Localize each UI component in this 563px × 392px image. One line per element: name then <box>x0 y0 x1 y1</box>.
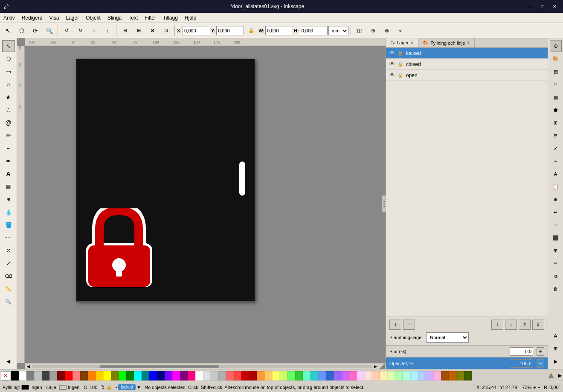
fill-stroke-tab[interactable]: 🎨 Fyllning och linje ✕ <box>418 38 475 47</box>
layer-bottom-btn[interactable]: ⇓ <box>532 320 544 330</box>
palette-color[interactable] <box>433 371 441 380</box>
blur-input[interactable] <box>510 347 533 356</box>
opacity-minus-btn[interactable]: − <box>537 359 544 368</box>
palette-color[interactable] <box>226 371 234 380</box>
layers-tab-close[interactable]: ✕ <box>410 40 414 45</box>
right-group-btn[interactable]: ⬛ <box>550 232 562 244</box>
palette-color[interactable] <box>380 371 387 380</box>
layers-tab[interactable]: 🗂 Lager ✕ <box>386 38 418 47</box>
palette-color[interactable] <box>410 371 418 380</box>
palette-color[interactable] <box>180 371 188 380</box>
layer-eye-open[interactable]: 👁 <box>389 72 395 78</box>
palette-color[interactable] <box>126 371 134 380</box>
right-align-btn[interactable]: ⊟ <box>550 130 562 141</box>
right-clipboard-btn[interactable]: 📋 <box>550 181 562 193</box>
palette-color[interactable] <box>426 371 433 380</box>
palette-color[interactable] <box>349 371 357 380</box>
prev-page-btn[interactable]: ◀ <box>2 355 15 367</box>
palette-color[interactable] <box>311 371 318 380</box>
measure-tool[interactable]: 📏 <box>2 283 15 295</box>
palette-color[interactable] <box>418 371 426 380</box>
select-tool[interactable]: ↖ <box>2 40 15 52</box>
nodes-tool-btn[interactable]: ⬡ <box>15 25 28 37</box>
palette-color[interactable] <box>165 371 172 380</box>
spray-tool[interactable]: ⊙ <box>2 245 15 257</box>
snap-btn-1[interactable]: ◫ <box>353 25 366 37</box>
palette-color[interactable] <box>318 371 326 380</box>
palette-color[interactable] <box>456 371 464 380</box>
right-copy-btn[interactable]: ⧉ <box>550 270 562 282</box>
palette-color[interactable] <box>272 371 280 380</box>
palette-color[interactable] <box>42 371 49 380</box>
blend-select[interactable]: Normal Multiply Screen Overlay <box>426 332 469 343</box>
eraser-tool[interactable]: ⌫ <box>2 270 15 282</box>
layer-item-open[interactable]: 👁 🔒 open <box>386 70 548 81</box>
palette-color[interactable] <box>119 371 126 380</box>
blur-plus-btn[interactable]: + <box>537 347 544 356</box>
close-button[interactable]: ✕ <box>549 2 560 11</box>
right-cut-btn[interactable]: ✂ <box>550 257 562 269</box>
fill-stroke-tab-close[interactable]: ✕ <box>467 40 470 45</box>
palette-color[interactable] <box>218 371 226 380</box>
palette-color[interactable] <box>249 371 257 380</box>
pencil-tool[interactable]: ✏ <box>2 130 15 141</box>
palette-color[interactable] <box>11 371 19 380</box>
h-scroll-thumb[interactable] <box>100 365 219 368</box>
palette-color[interactable] <box>257 371 264 380</box>
palette-color[interactable] <box>172 371 180 380</box>
transform-btn-4[interactable]: ↕ <box>101 25 114 37</box>
palette-color[interactable] <box>19 371 26 380</box>
snap-btn-3[interactable]: ⊗ <box>380 25 393 37</box>
minimize-button[interactable]: — <box>525 2 536 11</box>
color-triangle-btn[interactable] <box>548 372 554 379</box>
palette-color[interactable] <box>96 371 103 380</box>
menu-visa[interactable]: Visa <box>46 14 62 22</box>
palette-color[interactable] <box>464 371 472 380</box>
lock-aspect-btn[interactable]: 🔒 <box>245 25 258 37</box>
zoom-in-btn[interactable]: + <box>533 385 536 390</box>
menu-objekt[interactable]: Objekt <box>82 14 104 22</box>
rect-tool[interactable]: ▭ <box>2 66 15 78</box>
right-snap-btn[interactable]: ⊙ <box>550 40 562 52</box>
palette-color[interactable] <box>211 371 218 380</box>
right-undo-btn[interactable]: ↩ <box>550 206 562 218</box>
dropper-tool[interactable]: 💧 <box>2 206 15 218</box>
menu-hjalp[interactable]: Hjälp <box>181 14 200 22</box>
menu-text[interactable]: Text <box>125 14 141 22</box>
current-layer-badge[interactable]: locked <box>118 384 136 390</box>
align-btn-4[interactable]: ⊡ <box>160 25 172 37</box>
palette-color[interactable] <box>403 371 410 380</box>
layer-top-btn[interactable]: ⇑ <box>519 320 531 330</box>
palette-color[interactable] <box>157 371 165 380</box>
transform-btn-1[interactable]: ↺ <box>60 25 73 37</box>
right-color-btn[interactable]: 🎨 <box>550 53 562 65</box>
zoom-tool[interactable]: 🔍 <box>2 296 15 308</box>
transform-btn-3[interactable]: ↔ <box>87 25 100 37</box>
right-transform-btn[interactable]: ⤢ <box>550 142 562 154</box>
palette-color[interactable] <box>395 371 403 380</box>
x-input[interactable] <box>183 26 210 35</box>
connector-tool[interactable]: ⤢ <box>2 257 15 269</box>
palette-color[interactable] <box>234 371 241 380</box>
palette-color[interactable] <box>449 371 456 380</box>
zoom-tool-btn[interactable]: 🔍 <box>43 25 55 37</box>
layer-lock-open[interactable]: 🔒 <box>398 72 403 78</box>
menu-arkiv[interactable]: Arkiv <box>0 14 18 22</box>
right-next-btn[interactable]: ▶ <box>550 355 562 367</box>
palette-color[interactable] <box>49 371 57 380</box>
palette-color[interactable] <box>88 371 96 380</box>
unit-select[interactable]: mm px cm in <box>328 26 348 35</box>
layer-item-closed[interactable]: 👁 🔒 closed <box>386 59 548 70</box>
maximize-button[interactable]: □ <box>537 2 548 11</box>
scroll-left-btn[interactable]: ◀ <box>26 364 31 369</box>
right-delete-btn[interactable]: 🗑 <box>550 283 562 295</box>
w-input[interactable] <box>265 26 293 35</box>
align-btn-3[interactable]: ⊠ <box>146 25 159 37</box>
palette-color[interactable] <box>364 371 372 380</box>
palette-color[interactable] <box>287 371 295 380</box>
h-scrollbar[interactable]: ◀ ▶ <box>25 363 386 369</box>
zoom-out-btn[interactable]: − <box>538 385 540 390</box>
right-symbol-btn[interactable]: ⬟ <box>550 104 562 116</box>
palette-color[interactable] <box>441 371 449 380</box>
node-tool[interactable]: ⬡ <box>2 53 15 65</box>
